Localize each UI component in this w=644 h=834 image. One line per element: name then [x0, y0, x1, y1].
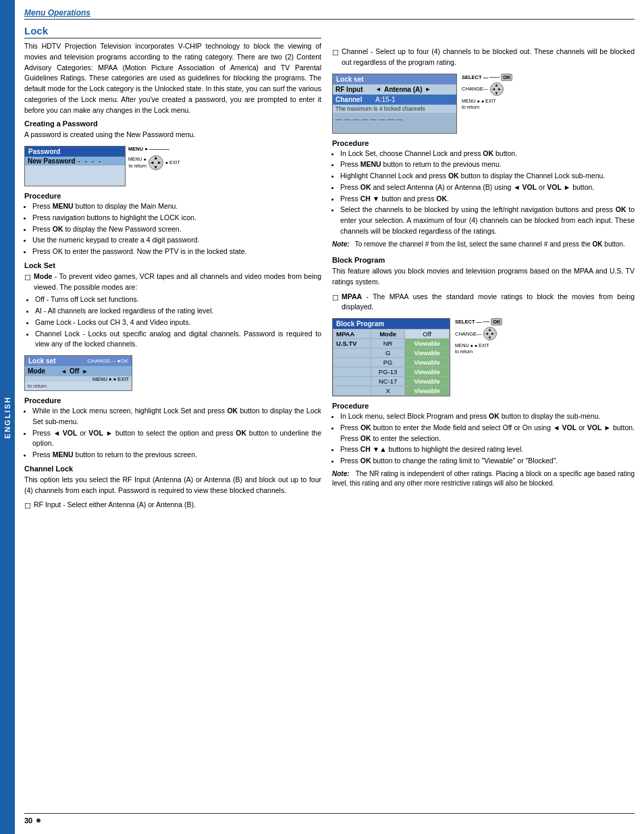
password-menu-container: Password New Password - - - - MENU ● [24, 146, 321, 186]
lock-section-title: Lock [24, 25, 321, 38]
cl-dashes: — — — — — — — — [333, 113, 456, 133]
list-item: Press MENU button to return to the previ… [32, 450, 321, 461]
cl-rf-row: RF Input ◄ Antenna (A) ► [333, 84, 456, 95]
block-program-menu-container: Block Program MPAA Mode Off U.S.TV NR Vi… [332, 318, 635, 396]
list-item: Select the channels to be blocked by usi… [340, 205, 635, 236]
cl-warning: The maximum is 4 locked channels [333, 105, 456, 113]
checkbox-icon-2: ☐ [24, 500, 31, 512]
left-column: Lock This HDTV Projection Television inc… [24, 25, 321, 806]
list-item: Press OK button to change the rating lim… [340, 456, 635, 467]
list-item: AI - All channels are locked regardless … [35, 306, 321, 317]
list-item: Channel Lock - Locks out specific analog… [35, 329, 321, 350]
password-new-password-label: New Password [28, 157, 76, 165]
list-item: Press navigation buttons to highlight th… [32, 213, 321, 224]
block-program-menu-box: Block Program MPAA Mode Off U.S.TV NR Vi… [332, 318, 450, 396]
creating-password-title: Creating a Password [24, 120, 321, 128]
procedure-list-1: Press MENU button to display the Main Me… [24, 201, 321, 257]
procedure-list-2: While in the Lock menu screen, highlight… [24, 406, 321, 461]
table-row: MPAA Mode Off [333, 330, 450, 339]
procedure-list-4: In Lock menu, select Block Program and p… [332, 411, 635, 467]
list-item: Press ◄ VOL or VOL ► button to select th… [32, 428, 321, 450]
list-item: In Lock Set, choose Channel Lock and pre… [340, 149, 635, 159]
channel-lock-rf-text: RF Input - Select either Antenna (A) or … [34, 500, 196, 511]
lock-set-mode-item: ☐ Mode - To prevent video games, VCR tap… [24, 271, 321, 293]
table-row: U.S.TV NR Viewable [333, 339, 450, 348]
rd-select-row: MENU ● [128, 146, 169, 153]
password-dots: - - - - [78, 157, 103, 165]
channel-lock-remote: SELECT — OK CHANGE— ▲ ◄► ▼ [462, 74, 512, 109]
password-menu-box: Password New Password - - - - [24, 146, 126, 186]
lock-set-menu-container: Lock set CHANGE— ●OK Mode ◄ Off ► MENU ●… [24, 355, 321, 391]
lock-set-menu-box: Lock set CHANGE— ●OK Mode ◄ Off ► MENU ●… [24, 355, 132, 391]
lock-set-menu-header: Lock set CHANGE— ●OK [25, 356, 132, 366]
list-item: Press OK to enter the password. Now the … [32, 246, 321, 257]
language-label: ENGLISH [3, 396, 11, 438]
table-row: NC-17 Viewable [333, 377, 450, 386]
block-program-mpaa-text: MPAA - The MPAA uses the standard movie … [342, 292, 635, 313]
checkbox-icon: ☐ [24, 272, 31, 284]
remote-circle: ▲ ◄► ▼ [149, 155, 163, 170]
list-item: Press CH ▼ button and press OK. [340, 194, 635, 205]
block-program-body: This feature allows you block movies and… [332, 266, 635, 288]
lock-set-mode-row: Mode ◄ Off ► [25, 366, 132, 376]
table-row: X Viewable [333, 386, 450, 396]
channel-lock-menu-box: Lock set RF Input ◄ Antenna (A) ► Channe… [332, 74, 457, 134]
list-item: Press CH ▼▲ buttons to highlight the des… [340, 444, 635, 455]
block-program-remote: SELECT — OK CHANGE— ▲ ◄► ▼ [455, 318, 502, 354]
list-item: Press MENU button to display the Main Me… [32, 201, 321, 212]
page-header: Menu Operations [24, 8, 635, 20]
list-item: In Lock menu, select Block Program and p… [340, 411, 635, 422]
channel-lock-channel-text: Channel - Select up to four (4) channels… [342, 47, 635, 68]
menu-operations-title: Menu Operations [24, 8, 90, 18]
page-footer: 30 [24, 813, 635, 825]
password-menu-header: Password [25, 147, 125, 157]
footer-dot [36, 818, 41, 823]
list-item: Use the numeric keypad to create a 4 dig… [32, 235, 321, 246]
list-item: Game Lock - Locks out CH 3, 4 and Video … [35, 317, 321, 328]
block-program-mpaa-item: ☐ MPAA - The MPAA uses the standard movi… [332, 292, 635, 313]
block-program-note: Note: The NR rating is independent of ot… [332, 469, 635, 489]
list-item: Press OK to display the New Password scr… [32, 224, 321, 235]
channel-lock-rf-item: ☐ RF Input - Select either Antenna (A) o… [24, 500, 321, 512]
procedure-title-3: Procedure [332, 139, 635, 147]
password-menu-row: New Password - - - - [25, 157, 125, 165]
cl-header: Lock set [333, 74, 456, 84]
creating-password-body: A password is created using the New Pass… [24, 130, 321, 140]
right-column: ☐ Channel - Select up to four (4) channe… [332, 25, 635, 806]
channel-lock-channel-item: ☐ Channel - Select up to four (4) channe… [332, 47, 635, 68]
procedure-title-1: Procedure [24, 192, 321, 200]
checkbox-icon-4: ☐ [332, 292, 339, 304]
table-row: PG-13 Viewable [333, 367, 450, 377]
two-col-layout: Lock This HDTV Projection Television inc… [24, 25, 635, 806]
list-item: Press OK button to enter the Mode field … [340, 423, 635, 444]
list-item: While in the Lock menu screen, highlight… [32, 406, 321, 427]
bp-table: MPAA Mode Off U.S.TV NR Viewable [333, 329, 450, 396]
page-container: ENGLISH Menu Operations Lock This HDTV P… [0, 0, 644, 834]
table-row: G Viewable [333, 348, 450, 358]
block-program-title: Block Program [332, 256, 635, 264]
list-item: Press OK and select Antenna (A) or Anten… [340, 182, 635, 193]
main-content: Menu Operations Lock This HDTV Projectio… [15, 0, 644, 834]
lock-set-sub-list: Off - Turns off Lock set functions. AI -… [24, 294, 321, 350]
password-remote-diagram: MENU ● MENU ● to return ▲ ◄► [128, 146, 180, 170]
procedure-title-2: Procedure [24, 396, 321, 405]
lock-intro-text: This HDTV Projection Television incorpor… [24, 41, 321, 115]
list-item: Press MENU button to return to the previ… [340, 159, 635, 170]
list-item: Highlight Channel Lock and press OK butt… [340, 171, 635, 182]
table-row: PG Viewable [333, 358, 450, 367]
channel-lock-title: Channel Lock [24, 465, 321, 473]
page-number: 30 [24, 816, 32, 825]
procedure-title-4: Procedure [332, 402, 635, 410]
checkbox-icon-3: ☐ [332, 47, 339, 59]
cl-channel-row: Channel A:15-1 [333, 95, 456, 105]
list-item: Off - Turns off Lock set functions. [35, 294, 321, 305]
lock-set-title: Lock Set [24, 261, 321, 269]
bp-menu-header: Block Program [333, 319, 450, 329]
channel-lock-menu-container: Lock set RF Input ◄ Antenna (A) ► Channe… [332, 74, 635, 134]
channel-lock-note: Note: To remove the channel # from the l… [332, 240, 635, 250]
side-tab: ENGLISH [0, 0, 15, 834]
procedure-list-3: In Lock Set, choose Channel Lock and pre… [332, 149, 635, 237]
channel-lock-body: This option lets you select the RF Input… [24, 475, 321, 496]
lock-set-mode-text: Mode - To prevent video games, VCR tapes… [34, 271, 321, 293]
